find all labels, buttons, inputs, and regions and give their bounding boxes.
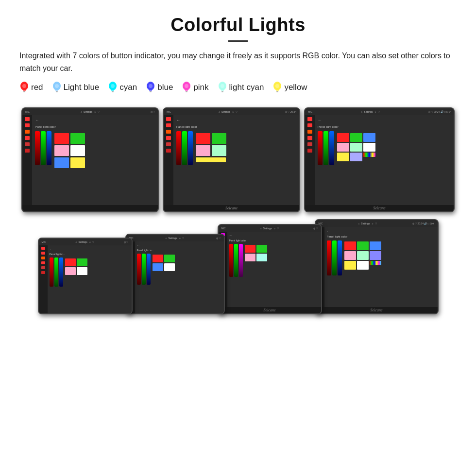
color-item-blue: blue [146,81,173,94]
color-item-yellow: yellow [272,81,307,94]
description-text: Integrated with 7 colors of button indic… [19,50,457,74]
device-screen-4: MIC ⌂Settings☼♡ ◎ ♡ ← [38,238,133,314]
color-label-lightcyan: light cyan [229,83,264,92]
device-topbar-5: MIC ⌂Settings☼♡ ◎ ♡ [126,235,224,241]
bulb-icon-blue [146,81,155,94]
svg-rect-26 [276,91,278,92]
svg-point-7 [55,84,59,88]
svg-rect-21 [221,90,224,91]
color-label-yellow: yellow [284,83,307,92]
top-screens-row: MIC ⌂Settings☼♡ ◎ ♡ [19,107,457,212]
color-item-cyan: cyan [108,81,137,94]
page-container: Colorful Lights Integrated with 7 colors… [0,0,476,338]
bulb-icon-red [19,81,29,94]
color-item-red: red [19,81,43,94]
device-topbar-4: MIC ⌂Settings☼♡ ◎ ♡ [39,239,132,245]
svg-point-11 [111,84,115,88]
svg-point-3 [22,84,26,88]
page-title: Colorful Lights [19,15,457,35]
device-screen-1: MIC ⌂Settings☼♡ ◎ ♡ [21,107,159,212]
svg-point-27 [275,84,279,88]
device-branding-3: Seicane [305,205,454,211]
color-label-cyan: cyan [119,83,137,92]
device-screen-3: MIC ⌂Settings☼♡ ◎ ♡ 20:24 🔊 □ ⊡ ⟳ [304,107,455,212]
color-item-lightcyan: light cyan [218,81,264,94]
svg-point-19 [185,84,188,88]
device-topbar-2: MIC ⌂Settings☼♡ ◎ ♡ 20:24 [164,108,299,115]
title-divider [228,40,248,42]
device-branding-6: Seicane [219,307,321,313]
device-topbar-6: MIC ⌂Settings☼♡ ◎ ♡ [219,225,321,232]
color-label-lightblue: Light blue [64,83,100,92]
svg-rect-9 [111,90,114,91]
svg-rect-5 [55,90,58,91]
svg-rect-17 [185,90,188,91]
device-branding-2: Seicane [164,205,299,211]
device-topbar-3: MIC ⌂Settings☼♡ ◎ ♡ 20:24 🔊 □ ⊡ ⟳ [305,108,454,115]
bulb-icon-lightcyan [218,81,227,94]
color-label-red: red [31,83,43,92]
svg-point-15 [149,84,153,88]
device-topbar-1: MIC ⌂Settings☼♡ ◎ ♡ [22,108,158,115]
device-screen-7: MIC ⌂Settings☼♡ ◎ ♡ 20:24 🔊 □ ⊡ ⟳ [315,219,439,314]
color-label-pink: pink [193,83,208,92]
svg-rect-10 [112,91,114,92]
svg-rect-14 [150,91,152,92]
svg-rect-2 [23,91,25,92]
svg-rect-6 [56,91,58,92]
svg-point-23 [221,84,224,88]
bulb-icon-cyan [108,81,118,94]
color-label-blue: blue [157,83,173,92]
color-item-lightblue: Light blue [52,81,100,94]
device-screen-5: MIC ⌂Settings☼♡ ◎ ♡ ← [125,234,225,314]
bulb-icon-lightblue [52,81,62,94]
color-list: red Light blue cyan [19,81,457,94]
bottom-screens-row: MIC ⌂Settings☼♡ ◎ ♡ ← [19,219,457,314]
device-screen-2: MIC ⌂Settings☼♡ ◎ ♡ 20:24 ← [163,107,300,212]
svg-rect-25 [276,90,279,91]
bulb-icon-pink [182,81,191,94]
svg-rect-22 [221,91,223,92]
svg-rect-18 [186,91,187,92]
title-section: Colorful Lights [19,15,457,42]
svg-rect-13 [149,90,152,91]
svg-rect-1 [23,90,26,91]
device-branding-7: Seicane [316,307,438,313]
bulb-icon-yellow [272,81,282,94]
device-topbar-7: MIC ⌂Settings☼♡ ◎ ♡ 20:24 🔊 □ ⊡ ⟳ [316,220,438,227]
device-screen-6: MIC ⌂Settings☼♡ ◎ ♡ ← [218,224,322,314]
color-item-pink: pink [182,81,208,94]
